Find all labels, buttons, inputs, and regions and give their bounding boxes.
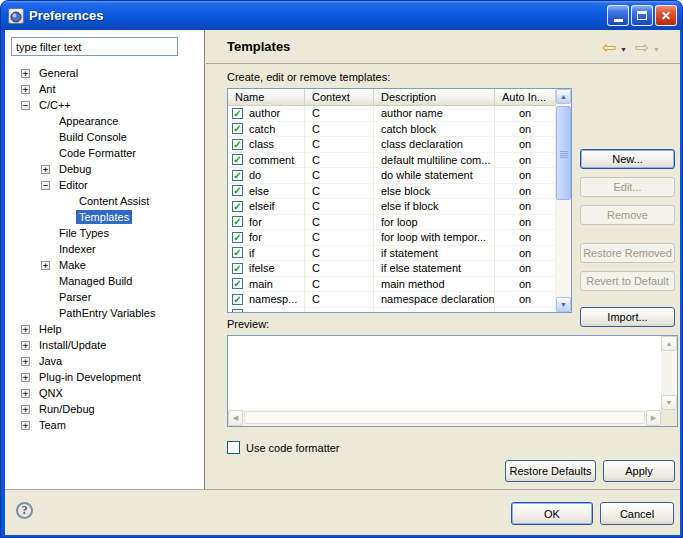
table-row[interactable]: ✓catchCcatch blockon xyxy=(228,122,571,138)
preview-hscrollbar[interactable]: ◀ ▶ xyxy=(228,410,661,426)
expander-icon[interactable]: + xyxy=(21,421,30,430)
templates-table[interactable]: Name Context Description Auto In... ✓aut… xyxy=(227,88,572,313)
table-row[interactable]: ✓classCclass declarationon xyxy=(228,137,571,153)
column-header-context[interactable]: Context xyxy=(305,89,374,105)
checkbox-checked-icon[interactable]: ✓ xyxy=(232,247,243,258)
scroll-up-icon[interactable]: ▲ xyxy=(556,89,571,104)
cell-context: C xyxy=(305,230,374,246)
expander-icon[interactable]: + xyxy=(41,165,50,174)
expander-icon[interactable]: − xyxy=(41,181,50,190)
expander-icon[interactable]: + xyxy=(41,261,50,270)
table-row[interactable]: ✓ifelseCif else statementon xyxy=(228,261,571,277)
expander-icon[interactable]: + xyxy=(21,69,30,78)
tree-item-code-formatter[interactable]: Code Formatter xyxy=(5,145,203,161)
tree-item-file-types[interactable]: File Types xyxy=(5,225,203,241)
table-row[interactable]: ✓ifCif statementon xyxy=(228,246,571,262)
tree-item-parser[interactable]: Parser xyxy=(5,289,203,305)
apply-button[interactable]: Apply xyxy=(603,460,675,482)
close-button[interactable]: ✕ xyxy=(655,5,677,26)
table-row[interactable]: ✓commentCdefault multiline com...on xyxy=(228,153,571,169)
scroll-left-icon[interactable]: ◀ xyxy=(228,410,243,426)
tree-item-editor[interactable]: −Editor xyxy=(5,177,203,193)
tree-item-content-assist[interactable]: Content Assist xyxy=(5,193,203,209)
table-row[interactable]: ✓namesp...Cnamespace declarationon xyxy=(228,292,571,308)
expander-icon[interactable]: + xyxy=(21,357,30,366)
tree-item-qnx[interactable]: +QNX xyxy=(5,385,203,401)
scroll-down-icon[interactable]: ▼ xyxy=(661,395,677,410)
tree-item-help[interactable]: +Help xyxy=(5,321,203,337)
tree-item-install-update[interactable]: +Install/Update xyxy=(5,337,203,353)
checkbox-checked-icon[interactable]: ✓ xyxy=(232,278,243,289)
checkbox[interactable] xyxy=(227,441,240,454)
new-button[interactable]: New... xyxy=(580,149,675,169)
scroll-right-icon[interactable]: ▶ xyxy=(646,410,661,426)
table-row[interactable]: ✓doCdo while statementon xyxy=(228,168,571,184)
tree-item-label: Appearance xyxy=(56,114,121,128)
tree-item-make[interactable]: +Make xyxy=(5,257,203,273)
checkbox-checked-icon[interactable]: ✓ xyxy=(232,154,243,165)
restore-defaults-button[interactable]: Restore Defaults xyxy=(505,460,596,482)
expander-icon[interactable]: + xyxy=(21,373,30,382)
expander-icon[interactable]: + xyxy=(21,389,30,398)
help-icon[interactable]: ? xyxy=(16,502,33,519)
tree-item-managed-build[interactable]: Managed Build xyxy=(5,273,203,289)
tree-item-pathentry-variables[interactable]: PathEntry Variables xyxy=(5,305,203,321)
checkbox-checked-icon[interactable]: ✓ xyxy=(232,263,243,274)
import-button[interactable]: Import... xyxy=(580,307,675,327)
filter-input[interactable] xyxy=(11,37,178,56)
column-header-auto-insert[interactable]: Auto In... xyxy=(495,89,556,105)
table-row[interactable]: ✓forCfor loop with tempor...on xyxy=(228,230,571,246)
scrollbar-thumb[interactable] xyxy=(556,106,571,200)
scroll-down-icon[interactable]: ▼ xyxy=(556,297,571,312)
tree-item-team[interactable]: +Team xyxy=(5,417,203,433)
tree-item-appearance[interactable]: Appearance xyxy=(5,113,203,129)
ok-button[interactable]: OK xyxy=(511,502,593,525)
checkbox-checked-icon[interactable]: ✓ xyxy=(232,201,243,212)
expander-icon[interactable]: + xyxy=(21,405,30,414)
table-row[interactable]: ✓elseifCelse if blockon xyxy=(228,199,571,215)
checkbox-checked-icon[interactable]: ✓ xyxy=(232,185,243,196)
tree-item-general[interactable]: +General xyxy=(5,65,203,81)
scroll-up-icon[interactable]: ▲ xyxy=(661,336,677,351)
checkbox-checked-icon[interactable]: ✓ xyxy=(232,139,243,150)
table-row[interactable]: ✓mainCmain methodon xyxy=(228,277,571,293)
cancel-button[interactable]: Cancel xyxy=(600,502,674,525)
column-header-description[interactable]: Description xyxy=(374,89,495,105)
titlebar[interactable]: Preferences ✕ xyxy=(1,1,682,30)
use-code-formatter[interactable]: Use code formatter xyxy=(227,441,340,454)
tree-item-plug-in-development[interactable]: +Plug-in Development xyxy=(5,369,203,385)
tree-item-debug[interactable]: +Debug xyxy=(5,161,203,177)
back-dropdown-icon[interactable]: ▼ xyxy=(620,46,627,53)
cell-description: if else statement xyxy=(374,261,495,277)
tree-item-run-debug[interactable]: +Run/Debug xyxy=(5,401,203,417)
tree-item-build-console[interactable]: Build Console xyxy=(5,129,203,145)
table-row[interactable]: ✓authorCauthor nameon xyxy=(228,106,571,122)
table-header: Name Context Description Auto In... xyxy=(228,89,571,106)
tree-item-c-c[interactable]: −C/C++ xyxy=(5,97,203,113)
expander-icon[interactable]: + xyxy=(21,341,30,350)
checkbox-checked-icon[interactable]: ✓ xyxy=(232,294,243,305)
table-row[interactable]: ✓elseCelse blockon xyxy=(228,184,571,200)
edit-button: Edit... xyxy=(580,177,675,197)
tree-item-java[interactable]: +Java xyxy=(5,353,203,369)
tree-item-indexer[interactable]: Indexer xyxy=(5,241,203,257)
checkbox-checked-icon[interactable]: ✓ xyxy=(232,232,243,243)
expander-icon[interactable]: + xyxy=(21,325,30,334)
checkbox-checked-icon[interactable]: ✓ xyxy=(232,216,243,227)
table-scrollbar[interactable]: ▲ ▼ xyxy=(556,89,571,312)
expander-icon[interactable]: + xyxy=(21,85,30,94)
tree-item-templates[interactable]: Templates xyxy=(5,209,203,225)
checkbox-checked-icon[interactable]: ✓ xyxy=(232,123,243,134)
hscrollbar-thumb[interactable] xyxy=(244,411,645,424)
tree-item-ant[interactable]: +Ant xyxy=(5,81,203,97)
column-header-name[interactable]: Name xyxy=(228,89,305,105)
table-row[interactable]: ✓forCfor loopon xyxy=(228,215,571,231)
preview-vscrollbar[interactable]: ▲ ▼ xyxy=(661,336,677,410)
minimize-button[interactable] xyxy=(607,5,629,26)
back-arrow-icon[interactable]: ⇦ xyxy=(602,39,616,56)
preview-box[interactable]: ▲ ▼ ◀ ▶ xyxy=(227,335,678,427)
checkbox-checked-icon[interactable]: ✓ xyxy=(232,170,243,181)
checkbox-checked-icon[interactable]: ✓ xyxy=(232,108,243,119)
maximize-button[interactable] xyxy=(631,5,653,26)
expander-icon[interactable]: − xyxy=(21,101,30,110)
